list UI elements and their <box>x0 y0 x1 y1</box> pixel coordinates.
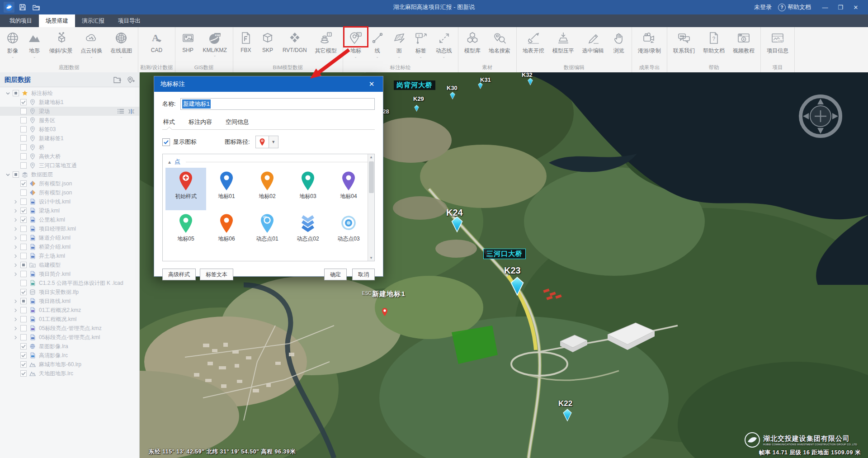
icon-style-动态点03[interactable]: 动态点03 <box>328 210 369 253</box>
menu-tab-1[interactable]: 我的项目 <box>3 14 39 27</box>
ribbon-button-地标[interactable]: T 地标 ⌄ <box>345 30 367 59</box>
layer-tree-item[interactable]: 高清影像.lrc <box>0 351 139 360</box>
layer-checkbox[interactable] <box>13 171 19 178</box>
layer-tree-item[interactable]: 三河口落地互通 <box>0 161 139 170</box>
new-landmark-pin-icon[interactable] <box>381 307 388 316</box>
maximize-button[interactable]: ❐ <box>833 0 848 14</box>
layer-checkbox[interactable] <box>20 253 27 259</box>
ribbon-button-模型压平[interactable]: 模型压平 <box>548 30 578 59</box>
chevron-down-icon[interactable]: ⌄ <box>354 55 357 59</box>
layer-tree-item[interactable]: 星图影像.lra <box>0 342 139 351</box>
ribbon-button-动态线[interactable]: 动态线 ⌄ <box>432 30 456 59</box>
bridge-label[interactable]: 三河口大桥 <box>483 249 526 259</box>
layer-checkbox[interactable] <box>20 235 27 241</box>
layer-checkbox[interactable] <box>20 217 27 223</box>
stake-label-K31[interactable]: K31 <box>480 76 491 83</box>
new-landmark-label[interactable]: 新建地标1 <box>373 290 406 297</box>
ribbon-button-在线底图[interactable]: 在线底图 ⌄ <box>106 30 136 59</box>
layer-checkbox[interactable] <box>20 334 27 340</box>
expander-icon[interactable] <box>12 308 19 312</box>
layer-tree-item[interactable]: 麻城市地形-60.lrp <box>0 360 139 369</box>
dialog-tab-1[interactable]: 样式 <box>162 116 176 129</box>
ribbon-button-SKP[interactable]: SKP <box>257 30 278 58</box>
expander-icon[interactable] <box>12 227 19 231</box>
save-icon[interactable] <box>17 2 28 13</box>
expander-icon[interactable] <box>12 299 19 303</box>
menu-tab-2[interactable]: 场景搭建 <box>39 14 75 27</box>
layer-tree-item[interactable]: 项目经理部.kml <box>0 224 139 233</box>
layer-checkbox[interactable] <box>20 162 27 169</box>
layer-tree-item[interactable]: 桥 <box>0 143 139 152</box>
label-text-button[interactable]: 标签文本 <box>200 269 233 280</box>
expander-icon[interactable] <box>12 272 19 276</box>
stake-label-K32[interactable]: K32 <box>522 72 533 78</box>
layer-tree-item[interactable]: 梁场 <box>0 107 139 116</box>
ribbon-button-RVT/DGN[interactable]: RVT/DGN <box>278 30 311 58</box>
expander-icon[interactable] <box>5 173 11 177</box>
icon-style-动态点01[interactable]: 动态点01 <box>247 210 288 253</box>
chevron-down-icon[interactable]: ⌄ <box>11 55 14 59</box>
ribbon-button-其它模型[interactable]: T 其它模型 <box>311 30 341 59</box>
layer-checkbox[interactable] <box>20 361 27 368</box>
ribbon-button-影像[interactable]: 影像 ⌄ <box>2 30 24 59</box>
layer-tree-item[interactable]: 所有模型.json <box>0 179 139 188</box>
layer-checkbox[interactable] <box>20 352 27 359</box>
close-button[interactable]: ✕ <box>848 0 863 14</box>
layer-checkbox[interactable] <box>20 271 27 277</box>
map-pin-marker[interactable] <box>414 105 419 112</box>
layer-checkbox[interactable] <box>20 208 27 214</box>
ok-button[interactable]: 确定 <box>324 269 347 280</box>
icon-style-动态点02[interactable]: 动态点02 <box>288 210 328 253</box>
chevron-down-icon[interactable]: ⌄ <box>397 55 401 59</box>
menu-tab-4[interactable]: 项目导出 <box>111 14 147 27</box>
scroll-up-icon[interactable]: ▲ <box>369 155 373 159</box>
layer-checkbox[interactable] <box>20 262 27 268</box>
list-style-icon[interactable] <box>118 109 124 114</box>
layer-checkbox[interactable] <box>20 280 27 286</box>
map-pin-marker[interactable] <box>478 82 483 89</box>
expander-icon[interactable] <box>12 236 19 240</box>
layer-checkbox[interactable] <box>20 180 27 187</box>
layer-checkbox[interactable] <box>20 298 27 304</box>
menu-tab-3[interactable]: 演示汇报 <box>75 14 111 27</box>
dialog-title-bar[interactable]: 地标标注 ✕ <box>154 76 383 92</box>
open-folder-icon[interactable] <box>31 2 42 13</box>
layer-tree-item[interactable]: 新建地标1 <box>0 98 139 107</box>
layer-tree-item[interactable]: 弃土场.kml <box>0 251 139 260</box>
layer-tree-item[interactable]: 隧道介绍.kml <box>0 233 139 242</box>
expander-icon[interactable] <box>12 335 19 340</box>
layer-tree-item[interactable]: 服务区 <box>0 116 139 125</box>
icon-style-地标02[interactable]: 地标02 <box>247 168 288 210</box>
dialog-tab-3[interactable]: 空间信息 <box>225 116 250 129</box>
ribbon-button-漫游/录制[interactable]: 漫游/录制 <box>634 30 665 59</box>
chevron-down-icon[interactable]: ⌄ <box>33 55 36 59</box>
add-landmark-icon[interactable] <box>127 76 135 84</box>
layer-tree-item[interactable]: 标签03 <box>0 125 139 134</box>
layer-checkbox[interactable] <box>20 126 27 132</box>
layer-checkbox[interactable] <box>20 325 27 331</box>
scroll-down-icon[interactable]: ▼ <box>369 256 373 260</box>
map-pin-marker[interactable] <box>451 216 463 232</box>
ribbon-button-点云转换[interactable]: 点云转换 ⌄ <box>76 30 106 59</box>
chevron-down-icon[interactable]: ⌄ <box>90 55 93 59</box>
ribbon-button-CAD[interactable]: A CAD <box>146 30 167 58</box>
layer-checkbox[interactable] <box>20 370 27 377</box>
icon-style-地标01[interactable]: 地标01 <box>206 168 247 210</box>
layer-tree-item[interactable]: 项目路线.kml <box>0 297 139 306</box>
expander-icon[interactable] <box>12 326 19 331</box>
layer-tree-item[interactable]: 设计中线.kml <box>0 197 139 206</box>
collapse-section-icon[interactable]: ▲ <box>167 160 172 165</box>
icon-path-dropdown[interactable]: ▼ <box>269 136 278 148</box>
layer-tree-item[interactable]: 梁场.kml <box>0 206 139 215</box>
rename-icon[interactable] <box>128 109 135 114</box>
layer-checkbox[interactable] <box>20 343 27 349</box>
layer-checkbox[interactable] <box>20 289 27 295</box>
ribbon-button-视频教程[interactable]: 视频教程 <box>729 30 759 59</box>
layer-checkbox[interactable] <box>20 135 27 142</box>
map-pin-marker[interactable] <box>528 78 533 85</box>
show-icon-checkbox[interactable] <box>162 138 170 146</box>
layer-tree-item[interactable]: 项目简介.kml <box>0 269 139 279</box>
help-doc-link[interactable]: ? 帮助文档 <box>778 3 811 11</box>
stake-label-K24[interactable]: K24 <box>446 208 463 218</box>
layer-tree-item[interactable]: 标注标绘 <box>0 89 139 98</box>
